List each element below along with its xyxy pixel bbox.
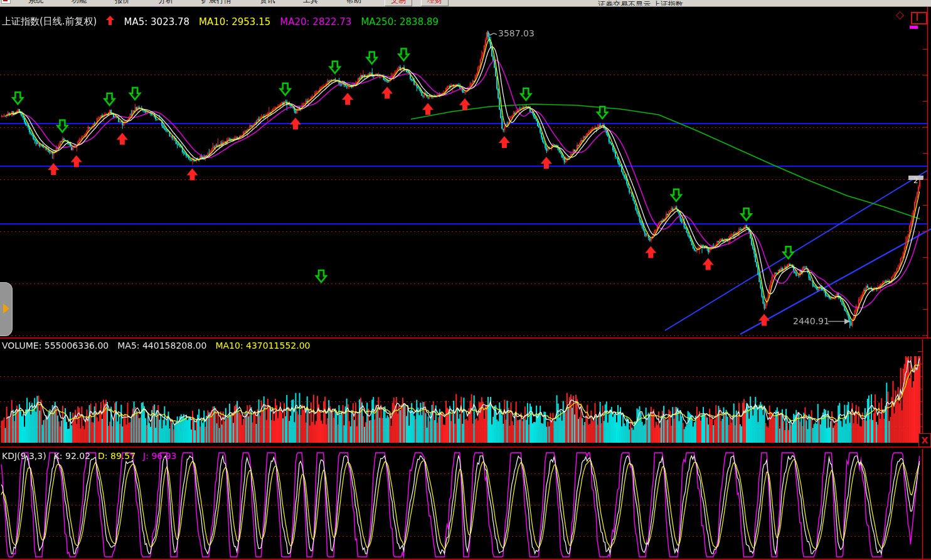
volume-header: VOLUME: 555006336.00 MA5: 440158208.00 M…	[2, 341, 310, 351]
app-logo-icon[interactable]	[1, 0, 11, 4]
kdj-d-value: D: 89.57	[98, 451, 136, 461]
diamond-marker-icon[interactable]: ◇	[896, 9, 904, 20]
menu-item-help[interactable]: 帮助	[332, 0, 376, 6]
low-price-label: 2440.91	[793, 316, 829, 326]
kdj-k-value: K: 92.02	[54, 451, 90, 461]
menu-item-analysis[interactable]: 分析	[144, 0, 188, 6]
menu-finance-button[interactable]: 理财	[421, 0, 449, 6]
flyout-arrow-icon	[3, 304, 9, 314]
menu-bar: 系统 功能 报价 分析 扩展行情 资讯 工具 帮助 交易 理财 证券交易不显示 …	[0, 0, 931, 7]
indicator-close-button[interactable]: X	[918, 433, 931, 447]
menu-item-quotes[interactable]: 报价	[101, 0, 144, 6]
sidebar-flyout-handle[interactable]	[0, 282, 13, 336]
magenta-marker	[910, 26, 918, 29]
menu-item-tools[interactable]: 工具	[289, 0, 332, 6]
chart-canvas[interactable]	[0, 0, 931, 560]
ma20-value: MA20: 2822.73	[280, 16, 351, 28]
menu-item-extended-market[interactable]: 扩展行情	[188, 0, 246, 6]
menu-right-status-text: 证券交易不显示 上证指数	[598, 0, 683, 6]
volume-ma10-value: MA10: 437011552.00	[215, 341, 310, 351]
ma5-value: MA5: 3023.78	[124, 16, 189, 28]
ma250-value: MA250: 2838.89	[361, 16, 439, 28]
symbol-title: 上证指数(日线.前复权)	[2, 16, 97, 28]
kdj-title: KDJ(9,3,3)	[2, 451, 46, 461]
menu-item-system[interactable]: 系统	[14, 0, 58, 6]
right-edge-price-fragment: 2	[913, 176, 918, 185]
menu-trade-button[interactable]: 交易	[385, 0, 412, 6]
kdj-j-value: J: 96.93	[143, 451, 176, 461]
main-chart-header: 上证指数(日线.前复权) MA5: 3023.78 MA10: 2953.15 …	[2, 16, 439, 28]
ma10-value: MA10: 2953.15	[199, 16, 270, 28]
high-price-label: 3587.03	[498, 28, 535, 38]
volume-value: VOLUME: 555006336.00	[2, 341, 109, 351]
menu-item-function[interactable]: 功能	[58, 0, 101, 6]
menu-item-news[interactable]: 资讯	[246, 0, 289, 6]
app-window: 系统 功能 报价 分析 扩展行情 资讯 工具 帮助 交易 理财 证券交易不显示 …	[0, 0, 931, 560]
split-window-icon[interactable]	[911, 12, 927, 24]
volume-ma5-value: MA5: 440158208.00	[117, 341, 206, 351]
kdj-header: KDJ(9,3,3) K: 92.02 D: 89.57 J: 96.93	[2, 451, 176, 461]
signal-up-arrow-icon	[106, 16, 114, 28]
